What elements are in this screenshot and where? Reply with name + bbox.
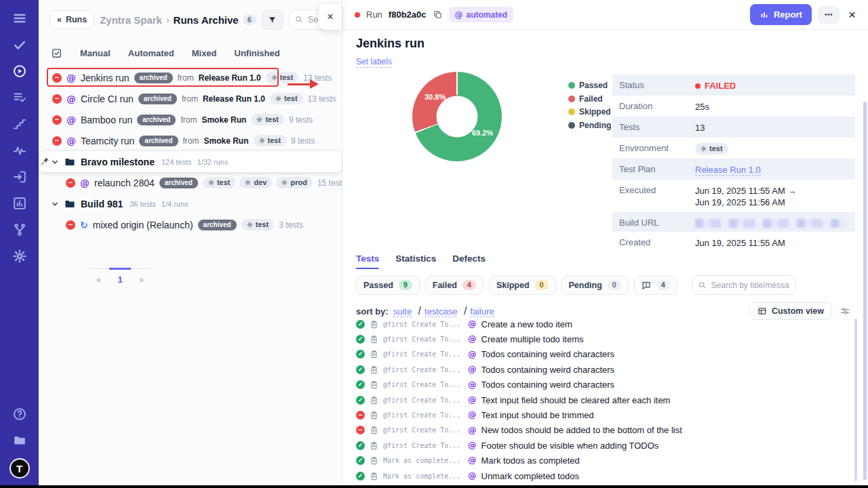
test-suite-name[interactable]: @first Create To...	[383, 336, 463, 343]
test-row[interactable]: @first Create To... Create multiple todo…	[356, 331, 850, 346]
test-title[interactable]: Mark todos as completed	[481, 455, 580, 466]
sliders-icon[interactable]	[840, 306, 850, 317]
detail-tab[interactable]: Statistics	[395, 253, 436, 269]
filter-button[interactable]	[262, 9, 283, 30]
test-filter-button[interactable]: Skipped 0	[489, 276, 556, 295]
branch-icon[interactable]	[12, 222, 27, 237]
chart-box-icon[interactable]	[12, 196, 27, 211]
test-title[interactable]: Create a new todo item	[481, 319, 572, 329]
test-suite-name[interactable]: @first Create To...	[383, 442, 463, 449]
help-icon[interactable]	[12, 407, 27, 422]
menu-icon[interactable]	[12, 11, 27, 26]
run-list-item[interactable]: relaunch 2804 archived test dev	[39, 172, 342, 193]
test-title[interactable]: Footer should be visible when adding TOD…	[481, 441, 659, 451]
test-row[interactable]: @first Create To... Todos containing wei…	[356, 378, 850, 392]
test-row[interactable]: @first Create To... Create a new todo it…	[356, 317, 850, 331]
tests-scrollbar[interactable]	[854, 319, 857, 481]
runs-tab[interactable]: Manual	[80, 48, 111, 58]
folders-icon[interactable]	[12, 432, 27, 447]
test-suite-name[interactable]: Mark as complete...	[383, 457, 463, 464]
test-row[interactable]: Mark as complete... Unmark completed tod…	[356, 468, 850, 483]
run-list-item[interactable]: Circle CI run archived from Release Run …	[39, 88, 342, 109]
run-name[interactable]: mixed origin (Relaunch)	[93, 220, 193, 230]
tests-search-input[interactable]	[692, 275, 795, 295]
run-name[interactable]: Jenkins run	[81, 73, 130, 83]
runs-tab[interactable]: Mixed	[192, 48, 217, 58]
folder-name[interactable]: Build 981	[81, 199, 123, 209]
breadcrumb-project[interactable]: Zyntra Spark	[100, 14, 162, 26]
legend-item[interactable]: Skipped	[568, 107, 611, 117]
test-row[interactable]: @first Create To... Todos containing wei…	[356, 347, 850, 362]
test-row[interactable]: @first Create To... Footer should be vis…	[356, 438, 850, 453]
run-list-item[interactable]: Jenkins run archived from Release Run 1.…	[39, 67, 342, 88]
runs-tab[interactable]: Automated	[128, 48, 174, 58]
set-labels-link[interactable]: Set labels	[356, 57, 392, 68]
test-title[interactable]: Todos containing weird characters	[481, 349, 615, 359]
run-name[interactable]: relaunch 2804	[94, 178, 155, 188]
runs-tab[interactable]: Unfinished	[235, 48, 280, 58]
test-title[interactable]: Create multiple todo items	[481, 334, 584, 344]
test-title[interactable]: New todos should be added to the bottom …	[481, 425, 682, 435]
legend-item[interactable]: Pending	[568, 121, 611, 130]
test-filter-button[interactable]: 4	[634, 276, 677, 295]
run-name[interactable]: Circle CI run	[81, 94, 134, 104]
test-suite-name[interactable]: @first Create To...	[383, 321, 463, 328]
test-suite-name[interactable]: @first Create To...	[383, 396, 463, 404]
test-suite-name[interactable]: @first Create To...	[383, 350, 463, 358]
list-check-icon[interactable]	[12, 90, 27, 105]
user-avatar[interactable]: T	[9, 458, 30, 479]
chevron-down-icon[interactable]	[51, 200, 59, 208]
close-icon[interactable]: ×	[848, 8, 856, 21]
pagination-page-1[interactable]: 1	[109, 268, 130, 285]
detail-tab[interactable]: Defects	[452, 253, 486, 269]
test-row[interactable]: @first Create To... Text input field sho…	[356, 392, 850, 407]
check-icon[interactable]	[12, 37, 27, 52]
test-filter-button[interactable]: Passed 9	[356, 276, 420, 295]
run-name[interactable]: Teamcity run	[81, 136, 134, 146]
run-list-item[interactable]: mixed origin (Relaunch) archived test 3 …	[39, 214, 342, 235]
test-suite-name[interactable]: @first Create To...	[383, 426, 463, 434]
test-title[interactable]: Text input should be trimmed	[481, 410, 594, 420]
test-title[interactable]: Todos containing weird characters	[481, 365, 615, 375]
select-all-icon[interactable]	[51, 47, 62, 59]
automated-type-badge[interactable]: automated	[449, 7, 514, 22]
folder-name[interactable]: Bravo milestone	[81, 157, 155, 167]
folder-list-item[interactable]: Build 981 36 tests 1/4 runs	[39, 193, 342, 214]
copy-icon[interactable]	[433, 9, 443, 20]
legend-item[interactable]: Passed	[568, 81, 611, 90]
test-suite-name[interactable]: @first Create To...	[383, 381, 463, 388]
test-row[interactable]: @first Create To... New todos should be …	[356, 423, 850, 438]
pagination-prev[interactable]: «	[88, 269, 109, 285]
test-suite-name[interactable]: @first Create To...	[383, 411, 463, 419]
legend-item[interactable]: Failed	[568, 94, 611, 104]
test-filter-button[interactable]: Pending 0	[561, 276, 629, 295]
folder-list-item[interactable]: Bravo milestone 124 tests 1/32 runs	[39, 151, 342, 172]
sort-link[interactable]: failure	[470, 306, 494, 317]
test-suite-name[interactable]: Mark as complete...	[383, 472, 463, 480]
test-row[interactable]: @first Create To... Todos containing wei…	[356, 362, 850, 377]
more-actions-button[interactable]: •••	[818, 6, 840, 24]
pulse-icon[interactable]	[12, 143, 27, 158]
pagination-next[interactable]: »	[131, 269, 152, 285]
sort-link[interactable]: suite	[393, 306, 412, 317]
play-circle-icon[interactable]	[12, 64, 27, 79]
run-list-item[interactable]: Teamcity run archived from Smoke Run tes…	[39, 130, 342, 151]
report-button[interactable]: Report	[750, 4, 812, 25]
gear-icon[interactable]	[12, 249, 27, 264]
test-plan-link[interactable]: Release Run 1.0	[695, 165, 761, 176]
panel-close-button[interactable]: ×	[319, 4, 342, 30]
test-filter-button[interactable]: Failed 4	[425, 276, 484, 295]
test-title[interactable]: Todos containing weird characters	[481, 380, 615, 390]
test-suite-name[interactable]: @first Create To...	[383, 366, 463, 373]
redacted-build-url[interactable]	[695, 219, 846, 228]
test-row[interactable]: @first Create To... Text input should be…	[356, 407, 850, 422]
run-list-item[interactable]: Bamboo run archived from Smoke Run test …	[39, 109, 342, 130]
panel-scrollbar[interactable]	[863, 102, 867, 480]
test-row[interactable]: Mark as complete... Mark todos as comple…	[356, 453, 850, 468]
detail-tab[interactable]: Tests	[356, 253, 379, 269]
steps-icon[interactable]	[12, 117, 27, 131]
back-to-runs-button[interactable]: «Runs	[50, 10, 94, 29]
sign-in-icon[interactable]	[12, 169, 27, 184]
run-name[interactable]: Bamboo run	[81, 115, 132, 125]
test-title[interactable]: Unmark completed todos	[481, 471, 580, 481]
